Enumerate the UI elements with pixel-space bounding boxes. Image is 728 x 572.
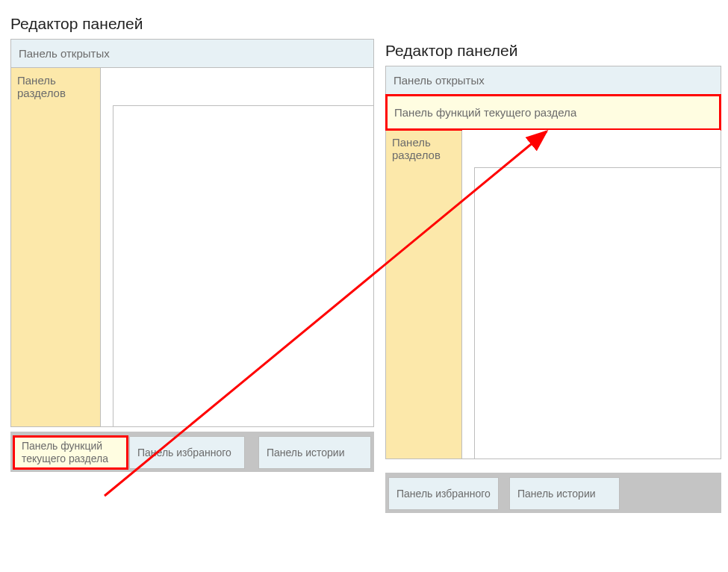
inner-content-panel xyxy=(474,167,721,458)
tray-item-favorites[interactable]: Панель избранного xyxy=(129,436,245,469)
panel-editor-right: Редактор панелей Панель открытых Панель … xyxy=(385,42,721,513)
editor-title: Редактор панелей xyxy=(10,15,374,33)
content-area xyxy=(462,130,721,458)
inner-content-panel xyxy=(113,105,373,426)
midzone: Панель разделов xyxy=(386,130,721,458)
panel-box: Панель открытых Панель функций текущего … xyxy=(385,66,721,459)
available-panels-tray: Панель избранного Панель истории xyxy=(385,473,721,513)
open-panel-bar[interactable]: Панель открытых xyxy=(386,66,721,95)
editor-title: Редактор панелей xyxy=(385,42,721,60)
tray-item-functions[interactable]: Панель функций текущего раздела xyxy=(13,436,128,469)
functions-panel-bar[interactable]: Панель функций текущего раздела xyxy=(386,95,721,130)
sections-panel[interactable]: Панель разделов xyxy=(386,130,462,458)
content-area xyxy=(101,68,373,426)
tray-item-favorites[interactable]: Панель избранного xyxy=(388,477,499,510)
panel-box: Панель открытых Панель разделов xyxy=(10,39,374,427)
midzone: Панель разделов xyxy=(11,68,373,426)
sections-panel[interactable]: Панель разделов xyxy=(11,68,101,426)
available-panels-tray: Панель функций текущего раздела Панель и… xyxy=(10,432,374,472)
panel-editor-left: Редактор панелей Панель открытых Панель … xyxy=(10,15,374,472)
tray-item-history[interactable]: Панель истории xyxy=(258,436,371,469)
tray-item-history[interactable]: Панель истории xyxy=(509,477,620,510)
open-panel-bar[interactable]: Панель открытых xyxy=(11,40,373,68)
